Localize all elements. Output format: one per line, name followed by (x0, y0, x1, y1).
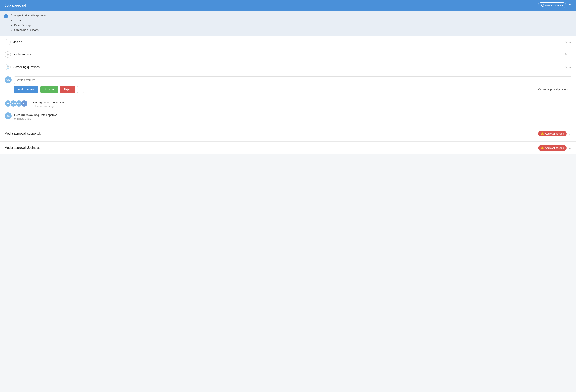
screening-icon: 📄 (5, 64, 11, 70)
dashed-divider (5, 110, 571, 110)
activity-avatars: GA EJ ML ⚙ (5, 100, 26, 107)
approval-needed-badge-supportdk: 🔔 Approval needed (538, 131, 567, 136)
bell-icon-supportdk: 🔔 (541, 132, 544, 135)
current-user-avatar: GA (5, 77, 12, 83)
comment-input[interactable] (14, 77, 571, 84)
info-list: Job ad Basic Settings Screening question… (11, 18, 47, 33)
info-icon: i (4, 14, 8, 18)
activity-rest: Needs to approve (43, 101, 65, 104)
comment-buttons: Add comment Approve Reject ☰ Cancel appr… (14, 86, 571, 93)
job-ad-icon: ☰ (5, 39, 11, 45)
activity-area: GA EJ ML ⚙ Settings Needs to approve a f… (0, 96, 576, 124)
reject-button[interactable]: Reject (60, 86, 76, 93)
basic-settings-icon: ⚙ (5, 52, 11, 58)
job-ad-chevron-icon[interactable]: ⌄ (569, 40, 571, 44)
awaits-approval-button[interactable]: Awaits approval (538, 2, 566, 8)
cancel-approval-button[interactable]: Cancel approval process (535, 86, 571, 93)
header: Job approval Awaits approval ⌃ (0, 0, 576, 11)
activity-text-group: Settings Needs to approve a few seconds … (29, 100, 65, 108)
info-banner: i Changes that awaits approval: Job ad B… (0, 11, 576, 36)
avatar-settings: ⚙ (21, 100, 28, 107)
media-chevron-supportdk[interactable]: ⌄ (569, 131, 571, 136)
page-title: Job approval (5, 3, 26, 7)
activity-action: Requested approval (33, 113, 58, 117)
activity-item-group: GA EJ ML ⚙ Settings Needs to approve a f… (5, 100, 571, 108)
activity-strong: Settings (33, 101, 43, 104)
activity-text-single: Gert Abildskov Requested approval 5 minu… (14, 112, 58, 120)
menu-button[interactable]: ☰ (77, 86, 84, 93)
approval-needed-badge-jobindex: 🔔 Approval needed (538, 145, 567, 151)
list-item: Screening questions (14, 28, 47, 32)
basic-settings-chevron-icon[interactable]: ⌄ (569, 52, 571, 56)
info-content: Changes that awaits approval: Job ad Bas… (11, 14, 47, 33)
section-basic-settings: ⚙ Basic Settings ✎ ⌄ (0, 48, 576, 61)
job-ad-actions: ✎ ⌄ (564, 40, 571, 44)
approve-button[interactable]: Approve (40, 86, 58, 93)
activity-item-single: GA Gert Abildskov Requested approval 5 m… (5, 112, 571, 120)
media-approval-supportdk: Media approval: supportdk 🔔 Approval nee… (0, 127, 576, 140)
section-screening-questions: 📄 Screening questions ✎ ⌄ (0, 61, 576, 73)
list-item: Job ad (14, 18, 47, 23)
header-right: Awaits approval ⌃ (538, 2, 571, 8)
comment-area: GA Add comment Approve Reject ☰ Cancel a… (0, 73, 576, 96)
activity-time-group: a few seconds ago (33, 105, 65, 108)
sections-container: ☰ Job ad ✎ ⌄ ⚙ Basic Settings ✎ ⌄ 📄 Scre… (0, 36, 576, 154)
info-intro: Changes that awaits approval: (11, 14, 47, 17)
activity-name: Gert Abildskov (14, 113, 33, 117)
basic-settings-edit-icon[interactable]: ✎ (564, 52, 567, 56)
chevron-up-button[interactable]: ⌃ (569, 4, 571, 7)
media-approval-jobindex: Media approval: Jobindex 🔔 Approval need… (0, 141, 576, 154)
job-ad-label: Job ad (13, 40, 564, 44)
section-job-ad: ☰ Job ad ✎ ⌄ (0, 36, 576, 48)
basic-settings-actions: ✎ ⌄ (564, 52, 571, 56)
activity-time-single: 5 minutes ago (14, 117, 58, 120)
screening-edit-icon[interactable]: ✎ (564, 65, 567, 69)
screening-actions: ✎ ⌄ (564, 65, 571, 69)
job-ad-edit-icon[interactable]: ✎ (564, 40, 567, 44)
add-comment-button[interactable]: Add comment (14, 86, 38, 93)
media-right-jobindex: 🔔 Approval needed ⌄ (538, 145, 571, 151)
media-right-supportdk: 🔔 Approval needed ⌄ (538, 131, 571, 136)
list-item: Basic Settings (14, 23, 47, 28)
basic-settings-label: Basic Settings (13, 53, 564, 56)
bell-icon-jobindex: 🔔 (541, 146, 544, 149)
screening-chevron-icon[interactable]: ⌄ (569, 65, 571, 69)
media-chevron-jobindex[interactable]: ⌄ (569, 146, 571, 150)
avatar-ga-single: GA (5, 112, 12, 119)
comment-right: Add comment Approve Reject ☰ Cancel appr… (14, 77, 571, 93)
screening-label: Screening questions (13, 65, 564, 69)
media-label-supportdk: Media approval: supportdk (5, 132, 538, 135)
media-label-jobindex: Media approval: Jobindex (5, 146, 538, 150)
refresh-icon (541, 4, 544, 7)
